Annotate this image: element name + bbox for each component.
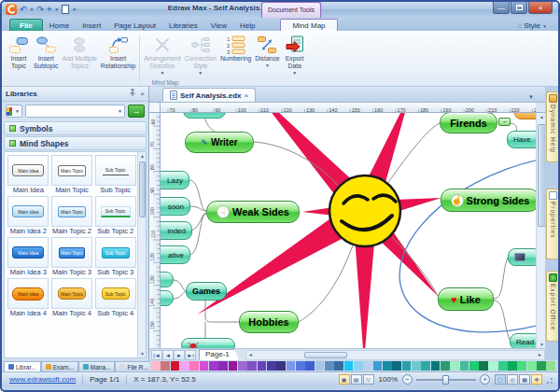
color-swatch[interactable] xyxy=(267,361,276,371)
edraw-logo-icon[interactable] xyxy=(6,4,17,15)
topic-strong-sides[interactable]: ☝Strong Sides xyxy=(441,189,536,212)
color-swatch[interactable] xyxy=(287,361,296,371)
color-swatch[interactable] xyxy=(218,361,228,371)
topic-partial[interactable] xyxy=(181,338,235,348)
pan-button[interactable]: ✥ xyxy=(531,374,542,385)
minimize-button[interactable]: — xyxy=(493,2,510,14)
topic-weak-sides[interactable]: ☟Weak Sides xyxy=(206,201,300,223)
shape-sub-topic-4[interactable]: Sub TopicSub Topic 4 xyxy=(94,278,136,317)
color-swatch[interactable] xyxy=(247,361,257,371)
maximize-button[interactable] xyxy=(511,2,527,14)
tab-libraries[interactable]: Libraries xyxy=(162,20,204,31)
color-swatch[interactable] xyxy=(238,361,247,371)
tab-help[interactable]: Help xyxy=(233,20,261,31)
drawing-page[interactable]: ✎Writer☟Weak SidesGamesHobbiesFirends☝St… xyxy=(161,113,536,348)
first-page-button[interactable]: Ι◄ xyxy=(151,350,162,360)
close-button[interactable]: × xyxy=(528,2,553,14)
color-swatch[interactable] xyxy=(517,361,526,371)
close-panel-icon[interactable]: × xyxy=(140,90,145,98)
topic-games[interactable]: Games xyxy=(186,282,227,301)
tab-mind-map[interactable]: Mind Map xyxy=(280,19,337,31)
library-color-button[interactable]: ▼ xyxy=(6,105,22,118)
color-swatch[interactable] xyxy=(363,361,372,371)
color-swatch[interactable] xyxy=(296,361,305,371)
dock-tab-export-office[interactable]: Export Office xyxy=(546,271,558,342)
topic-like[interactable]: ♥Like xyxy=(438,287,494,311)
tab-view[interactable]: View xyxy=(204,20,233,31)
pin-icon[interactable] xyxy=(129,89,136,99)
scroll-left-icon[interactable]: ◄ xyxy=(248,351,253,359)
horizontal-scrollbar[interactable]: ◄ ► xyxy=(245,350,545,360)
color-swatch[interactable] xyxy=(450,361,459,371)
zoom-out-button[interactable]: − xyxy=(402,374,413,385)
shape-sub-topic-3[interactable]: Sub TopicSub Topic 3 xyxy=(94,237,136,276)
shape-sub-topic[interactable]: Sub TopicSub Topic xyxy=(94,155,136,194)
color-swatch[interactable] xyxy=(354,361,363,371)
library-go-button[interactable]: → xyxy=(128,105,145,118)
compass-icon[interactable]: + xyxy=(47,5,51,15)
shape-main-topic[interactable]: Main TopicMain Topic xyxy=(51,155,93,194)
fit-page-button[interactable]: ▢ xyxy=(495,374,506,385)
color-swatch[interactable] xyxy=(383,361,392,371)
outline-view-button[interactable]: ▤ xyxy=(351,374,362,385)
topic-partial[interactable] xyxy=(508,248,536,266)
color-swatch[interactable] xyxy=(392,361,401,371)
zoom-slider-thumb[interactable] xyxy=(442,375,449,385)
prev-page-button[interactable]: ◄ xyxy=(162,350,174,360)
shape-main-idea-2[interactable]: Main IdeaMain Idea 2 xyxy=(7,196,49,235)
tab-insert[interactable]: Insert xyxy=(76,20,107,31)
undo-dropdown-icon[interactable]: ▼ xyxy=(30,7,35,12)
tab-page-layout[interactable]: Page Layout xyxy=(107,20,162,31)
topic-writer[interactable]: ✎Writer xyxy=(185,132,254,153)
topic-soon[interactable]: soon xyxy=(161,197,190,216)
section-symbols[interactable]: Symbols xyxy=(4,121,147,135)
collapse-topic-button[interactable]: − xyxy=(498,118,511,126)
color-swatch[interactable] xyxy=(189,361,199,371)
color-swatch[interactable] xyxy=(209,361,218,371)
close-document-icon[interactable]: × xyxy=(245,91,249,100)
shape-main-idea[interactable]: Main IdeaMain Idea xyxy=(7,155,49,194)
scroll-down-icon[interactable]: ▼ xyxy=(138,351,147,357)
color-swatch[interactable] xyxy=(161,361,170,371)
color-swatch[interactable] xyxy=(460,361,469,371)
undo-icon[interactable]: ↶ xyxy=(20,5,27,15)
next-page-button[interactable]: ► xyxy=(174,350,185,360)
color-swatch[interactable] xyxy=(527,361,537,371)
section-mind-shapes[interactable]: Mind Shapes xyxy=(4,136,147,150)
shape-main-topic-4[interactable]: Main TopicMain Topic 4 xyxy=(51,278,93,317)
insert-subtopic-button[interactable]: Insert Subtopic xyxy=(32,34,60,71)
topic-firends[interactable]: Firends xyxy=(440,113,497,133)
color-swatch[interactable] xyxy=(546,361,555,371)
scrollbar-thumb[interactable] xyxy=(139,161,146,217)
zoom-slider[interactable] xyxy=(416,379,476,381)
slideshow-view-button[interactable]: ▽ xyxy=(363,374,374,385)
document-tab[interactable]: Self Analysis.edx × xyxy=(162,88,256,102)
edrawsoft-link[interactable]: www.edrawsoft.com xyxy=(9,375,76,384)
preview-icon[interactable] xyxy=(62,5,69,14)
color-swatch[interactable] xyxy=(498,361,508,371)
insert-topic-button[interactable]: Insert Topic xyxy=(6,34,32,71)
color-swatch[interactable] xyxy=(276,361,286,371)
shape-sub-topic-2[interactable]: Sub TopicSub Topic 2 xyxy=(94,196,136,235)
topic-inded[interactable]: inded xyxy=(161,221,192,240)
color-swatch[interactable] xyxy=(315,361,325,371)
shape-main-topic-3[interactable]: Main TopicMain Topic 3 xyxy=(51,237,93,276)
zoom-in-button[interactable]: + xyxy=(480,374,490,385)
shape-main-idea-4[interactable]: Main IdeaMain Idea 4 xyxy=(7,278,49,317)
panel-tab-filer[interactable]: File R... xyxy=(115,361,152,371)
shape-main-idea-3[interactable]: Main IdeaMain Idea 3 xyxy=(7,237,49,276)
redo-icon[interactable]: ↷ xyxy=(37,5,45,15)
color-swatch[interactable] xyxy=(344,361,354,371)
color-swatch[interactable] xyxy=(325,361,334,371)
zoom-region-button[interactable]: ◎ xyxy=(507,374,518,385)
color-swatch[interactable] xyxy=(508,361,517,371)
library-search-combo[interactable]: ▼ xyxy=(25,105,125,118)
library-scrollbar[interactable]: ▲ ▼ xyxy=(137,152,146,357)
color-swatch[interactable] xyxy=(421,361,430,371)
topic-ative[interactable]: ative xyxy=(161,245,190,264)
resize-grip[interactable] xyxy=(546,375,555,385)
shape-main-topic-2[interactable]: Main TopicMain Topic 2 xyxy=(51,196,93,235)
scroll-up-icon[interactable]: ▲ xyxy=(138,153,147,159)
color-swatch[interactable] xyxy=(441,361,450,371)
insert-relationship-button[interactable]: Insert Relationship xyxy=(99,34,137,71)
